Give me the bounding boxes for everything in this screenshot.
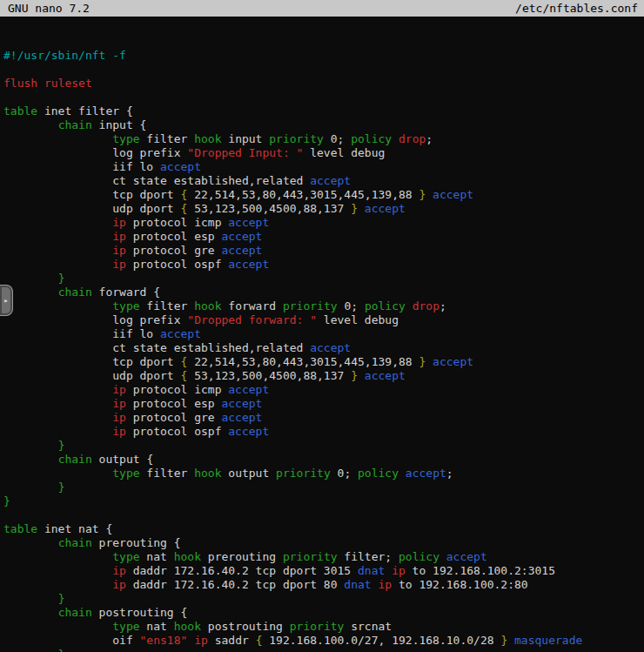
code-line: ip daddr 172.16.40.2 tcp dport 80 dnat i…: [3, 578, 644, 592]
code-line: udp dport { 53,123,500,4500,88,137 } acc…: [3, 202, 644, 216]
code-line: ip protocol gre accept: [3, 411, 644, 425]
code-line: type nat hook prerouting priority filter…: [3, 550, 644, 564]
code-line: tcp dport { 22,514,53,80,443,3015,445,13…: [3, 188, 644, 202]
code-line: chain postrouting {: [3, 606, 644, 620]
code-line: table inet nat {: [3, 522, 644, 536]
code-line: ct state established,related accept: [3, 341, 644, 355]
code-line: type filter hook output priority 0; poli…: [3, 467, 644, 481]
code-line: ip protocol ospf accept: [3, 258, 644, 272]
code-line: chain forward {: [3, 286, 644, 299]
code-line: }: [3, 481, 644, 494]
code-line: ip protocol gre accept: [3, 244, 644, 258]
code-line: ip daddr 172.16.40.2 tcp dport 3015 dnat…: [3, 564, 644, 578]
code-line: log prefix "Dropped Input: " level debug: [3, 146, 644, 160]
code-line: table inet filter {: [3, 104, 644, 118]
nano-titlebar: GNU nano 7.2 /etc/nftables.conf: [0, 0, 644, 17]
code-line: iif lo accept: [3, 327, 644, 341]
code-line: chain input {: [3, 118, 644, 132]
editor-lines: #!/usr/sbin/nft -f flush ruleset table i…: [3, 49, 644, 652]
code-line: }: [3, 592, 644, 606]
terminal-window: GNU nano 7.2 /etc/nftables.conf #!/usr/s…: [0, 0, 644, 652]
code-line: }: [3, 439, 644, 453]
code-line: oif "ens18" ip saddr { 192.168.100.0/27,…: [3, 634, 644, 648]
code-line: chain prerouting {: [3, 536, 644, 550]
code-line: iif lo accept: [3, 160, 644, 174]
app-version-label: GNU nano 7.2: [8, 0, 90, 17]
code-line: ip protocol esp accept: [3, 230, 644, 244]
code-line: ip protocol icmp accept: [3, 383, 644, 397]
code-line: flush ruleset: [3, 77, 644, 91]
file-path-label: /etc/nftables.conf: [515, 0, 638, 17]
code-line: #!/usr/sbin/nft -f: [3, 49, 644, 63]
side-panel-toggle-handle[interactable]: ▸: [0, 285, 13, 316]
editor-area[interactable]: #!/usr/sbin/nft -f flush ruleset table i…: [0, 17, 644, 652]
code-line: ip protocol icmp accept: [3, 216, 644, 230]
expand-arrow-icon: ▸: [3, 297, 8, 305]
code-line: type filter hook input priority 0; polic…: [3, 132, 644, 146]
code-line: [3, 91, 644, 104]
code-line: [3, 63, 644, 77]
code-line: }: [3, 648, 644, 652]
code-line: }: [3, 272, 644, 286]
code-line: }: [3, 494, 644, 508]
code-line: ct state established,related accept: [3, 174, 644, 188]
code-line: ip protocol ospf accept: [3, 425, 644, 439]
code-line: tcp dport { 22,514,53,80,443,3015,445,13…: [3, 355, 644, 369]
code-line: ip protocol esp accept: [3, 397, 644, 411]
code-line: log prefix "Dropped forward: " level deb…: [3, 313, 644, 327]
code-line: chain output {: [3, 453, 644, 467]
code-line: type filter hook forward priority 0; pol…: [3, 299, 644, 313]
code-line: [3, 508, 644, 522]
code-line: udp dport { 53,123,500,4500,88,137 } acc…: [3, 369, 644, 383]
code-line: type nat hook postrouting priority srcna…: [3, 620, 644, 634]
